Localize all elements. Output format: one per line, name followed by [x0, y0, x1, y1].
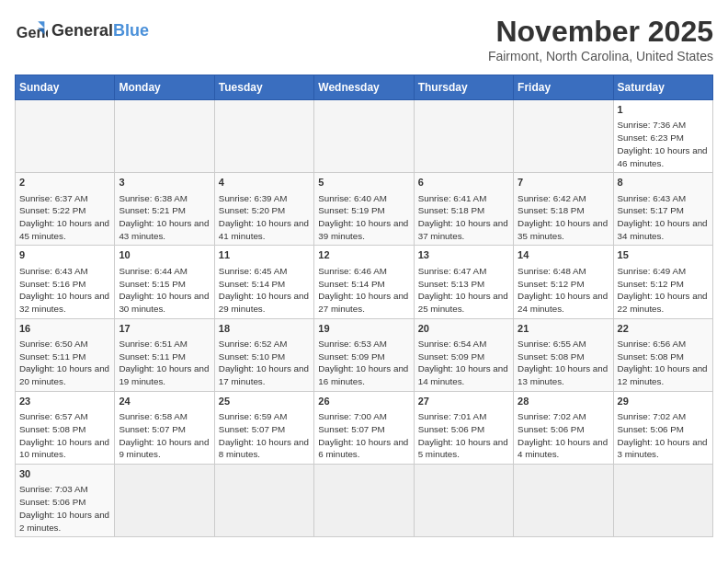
page-header: General GeneralBlue November 2025 Fairmo… [15, 15, 713, 63]
col-header-wednesday: Wednesday [314, 75, 414, 100]
month-title: November 2025 [488, 15, 713, 49]
day-info: Sunrise: 6:51 AM Sunset: 5:11 PM Dayligh… [119, 338, 210, 388]
calendar-cell [314, 100, 414, 173]
day-info: Sunrise: 7:01 AM Sunset: 5:06 PM Dayligh… [418, 410, 509, 461]
day-number: 13 [418, 248, 509, 262]
day-number: 21 [518, 322, 609, 336]
calendar-cell: 6Sunrise: 6:41 AM Sunset: 5:18 PM Daylig… [414, 173, 513, 246]
col-header-tuesday: Tuesday [214, 75, 313, 100]
day-number: 28 [518, 395, 609, 408]
day-info: Sunrise: 6:55 AM Sunset: 5:08 PM Dayligh… [518, 338, 609, 388]
day-info: Sunrise: 7:03 AM Sunset: 5:06 PM Dayligh… [19, 483, 110, 534]
day-info: Sunrise: 6:46 AM Sunset: 5:14 PM Dayligh… [318, 265, 409, 316]
calendar-cell: 28Sunrise: 7:02 AM Sunset: 5:06 PM Dayli… [514, 391, 613, 464]
day-number: 27 [418, 395, 509, 408]
day-info: Sunrise: 7:36 AM Sunset: 6:23 PM Dayligh… [618, 119, 709, 169]
calendar-cell: 10Sunrise: 6:44 AM Sunset: 5:15 PM Dayli… [115, 246, 214, 318]
calendar-cell: 22Sunrise: 6:56 AM Sunset: 5:08 PM Dayli… [613, 318, 712, 391]
day-number: 9 [19, 248, 110, 262]
calendar-cell: 18Sunrise: 6:52 AM Sunset: 5:10 PM Dayli… [214, 318, 313, 391]
day-info: Sunrise: 6:50 AM Sunset: 5:11 PM Dayligh… [19, 338, 110, 388]
day-info: Sunrise: 7:02 AM Sunset: 5:06 PM Dayligh… [618, 410, 709, 461]
day-number: 1 [618, 103, 709, 117]
col-header-monday: Monday [115, 75, 214, 100]
col-header-thursday: Thursday [414, 75, 513, 100]
day-number: 29 [618, 395, 709, 408]
logo: General GeneralBlue [15, 15, 149, 48]
calendar-cell: 3Sunrise: 6:38 AM Sunset: 5:21 PM Daylig… [115, 173, 214, 246]
calendar-cell [514, 465, 613, 537]
day-number: 20 [418, 322, 509, 336]
day-info: Sunrise: 7:02 AM Sunset: 5:06 PM Dayligh… [518, 410, 609, 461]
day-number: 19 [318, 322, 409, 336]
day-info: Sunrise: 6:37 AM Sunset: 5:22 PM Dayligh… [19, 192, 110, 243]
calendar-cell: 16Sunrise: 6:50 AM Sunset: 5:11 PM Dayli… [16, 318, 115, 391]
day-number: 8 [618, 176, 709, 190]
calendar-cell [613, 465, 712, 537]
logo-icon: General [15, 15, 48, 48]
day-number: 16 [19, 322, 110, 336]
calendar-table: SundayMondayTuesdayWednesdayThursdayFrid… [15, 75, 713, 537]
col-header-friday: Friday [514, 75, 613, 100]
calendar-cell [314, 465, 414, 537]
calendar-cell: 19Sunrise: 6:53 AM Sunset: 5:09 PM Dayli… [314, 318, 414, 391]
col-header-saturday: Saturday [613, 75, 712, 100]
day-number: 4 [219, 176, 310, 190]
day-info: Sunrise: 6:41 AM Sunset: 5:18 PM Dayligh… [418, 192, 509, 243]
day-info: Sunrise: 7:00 AM Sunset: 5:07 PM Dayligh… [318, 410, 409, 461]
calendar-cell: 9Sunrise: 6:43 AM Sunset: 5:16 PM Daylig… [16, 246, 115, 318]
calendar-cell: 20Sunrise: 6:54 AM Sunset: 5:09 PM Dayli… [414, 318, 513, 391]
day-number: 6 [418, 176, 509, 190]
day-number: 15 [618, 248, 709, 262]
day-number: 3 [119, 176, 210, 190]
day-number: 25 [219, 395, 310, 408]
calendar-cell: 27Sunrise: 7:01 AM Sunset: 5:06 PM Dayli… [414, 391, 513, 464]
day-number: 10 [119, 248, 210, 262]
day-number: 11 [219, 248, 310, 262]
day-number: 22 [618, 322, 709, 336]
col-header-sunday: Sunday [16, 75, 115, 100]
calendar-cell: 17Sunrise: 6:51 AM Sunset: 5:11 PM Dayli… [115, 318, 214, 391]
day-number: 5 [318, 176, 409, 190]
calendar-cell [214, 465, 313, 537]
title-block: November 2025 Fairmont, North Carolina, … [488, 15, 713, 63]
day-info: Sunrise: 6:48 AM Sunset: 5:12 PM Dayligh… [518, 265, 609, 316]
day-number: 12 [318, 248, 409, 262]
day-info: Sunrise: 6:38 AM Sunset: 5:21 PM Dayligh… [119, 192, 210, 243]
calendar-cell: 8Sunrise: 6:43 AM Sunset: 5:17 PM Daylig… [613, 173, 712, 246]
calendar-cell: 30Sunrise: 7:03 AM Sunset: 5:06 PM Dayli… [16, 465, 115, 537]
day-info: Sunrise: 6:42 AM Sunset: 5:18 PM Dayligh… [518, 192, 609, 243]
day-info: Sunrise: 6:43 AM Sunset: 5:17 PM Dayligh… [618, 192, 709, 243]
calendar-cell: 7Sunrise: 6:42 AM Sunset: 5:18 PM Daylig… [514, 173, 613, 246]
day-number: 14 [518, 248, 609, 262]
day-number: 30 [19, 467, 110, 481]
calendar-cell: 1Sunrise: 7:36 AM Sunset: 6:23 PM Daylig… [613, 100, 712, 173]
calendar-cell: 26Sunrise: 7:00 AM Sunset: 5:07 PM Dayli… [314, 391, 414, 464]
calendar-cell [414, 100, 513, 173]
day-number: 26 [318, 395, 409, 408]
calendar-cell: 11Sunrise: 6:45 AM Sunset: 5:14 PM Dayli… [214, 246, 313, 318]
day-info: Sunrise: 6:39 AM Sunset: 5:20 PM Dayligh… [219, 192, 310, 243]
day-number: 7 [518, 176, 609, 190]
day-info: Sunrise: 6:40 AM Sunset: 5:19 PM Dayligh… [318, 192, 409, 243]
day-number: 2 [19, 176, 110, 190]
day-info: Sunrise: 6:53 AM Sunset: 5:09 PM Dayligh… [318, 338, 409, 388]
calendar-cell [115, 100, 214, 173]
day-info: Sunrise: 6:44 AM Sunset: 5:15 PM Dayligh… [119, 265, 210, 316]
logo-text: GeneralBlue [51, 22, 149, 40]
day-info: Sunrise: 6:49 AM Sunset: 5:12 PM Dayligh… [618, 265, 709, 316]
calendar-cell: 21Sunrise: 6:55 AM Sunset: 5:08 PM Dayli… [514, 318, 613, 391]
location: Fairmont, North Carolina, United States [488, 49, 713, 63]
day-number: 23 [19, 395, 110, 408]
calendar-cell: 2Sunrise: 6:37 AM Sunset: 5:22 PM Daylig… [16, 173, 115, 246]
day-info: Sunrise: 6:52 AM Sunset: 5:10 PM Dayligh… [219, 338, 310, 388]
calendar-cell: 25Sunrise: 6:59 AM Sunset: 5:07 PM Dayli… [214, 391, 313, 464]
calendar-cell: 24Sunrise: 6:58 AM Sunset: 5:07 PM Dayli… [115, 391, 214, 464]
day-info: Sunrise: 6:47 AM Sunset: 5:13 PM Dayligh… [418, 265, 509, 316]
day-number: 17 [119, 322, 210, 336]
day-info: Sunrise: 6:45 AM Sunset: 5:14 PM Dayligh… [219, 265, 310, 316]
calendar-cell [514, 100, 613, 173]
day-info: Sunrise: 6:56 AM Sunset: 5:08 PM Dayligh… [618, 338, 709, 388]
calendar-cell [414, 465, 513, 537]
calendar-cell: 23Sunrise: 6:57 AM Sunset: 5:08 PM Dayli… [16, 391, 115, 464]
